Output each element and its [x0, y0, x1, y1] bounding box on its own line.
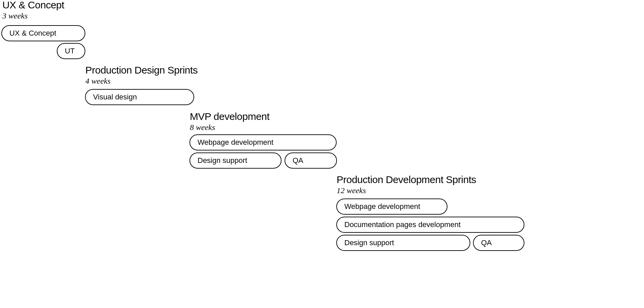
phase-duration: 4 weeks [85, 76, 198, 86]
phase-production-development-sprints: Production Development Sprints 12 weeks [337, 174, 476, 195]
phase-mvp-development: MVP development 8 weeks [190, 111, 269, 132]
task-webpage-development-mvp: Webpage development [189, 134, 337, 150]
task-visual-design: Visual design [85, 89, 194, 105]
task-qa-prod: QA [473, 235, 524, 251]
task-label: Design support [344, 238, 394, 247]
task-label: UT [65, 47, 75, 55]
task-label: Webpage development [198, 138, 273, 147]
task-label: Design support [198, 156, 247, 165]
task-documentation-pages-development: Documentation pages development [336, 217, 524, 233]
task-webpage-development-prod: Webpage development [336, 199, 447, 215]
phase-title: Production Design Sprints [85, 64, 198, 76]
phase-title: MVP development [190, 111, 269, 122]
task-label: QA [293, 156, 303, 165]
task-label: Webpage development [344, 202, 420, 211]
task-label: QA [481, 238, 492, 247]
task-design-support-prod: Design support [336, 235, 470, 251]
task-design-support-mvp: Design support [189, 152, 282, 169]
phase-duration: 12 weeks [337, 186, 476, 195]
task-label: Documentation pages development [344, 220, 461, 229]
task-ux-concept: UX & Concept [1, 25, 85, 41]
phase-title: Production Development Sprints [337, 174, 476, 185]
phase-production-design-sprints: Production Design Sprints 4 weeks [85, 64, 198, 86]
phase-ux-concept: UX & Concept 3 weeks [2, 0, 64, 21]
timeline-diagram: UX & Concept 3 weeks UX & Concept UT Pro… [0, 0, 644, 308]
task-qa-mvp: QA [285, 152, 337, 169]
phase-title: UX & Concept [2, 0, 64, 10]
task-ut: UT [57, 43, 85, 59]
task-label: UX & Concept [9, 29, 56, 38]
phase-duration: 3 weeks [2, 11, 64, 21]
phase-duration: 8 weeks [190, 123, 269, 132]
task-label: Visual design [93, 93, 137, 101]
